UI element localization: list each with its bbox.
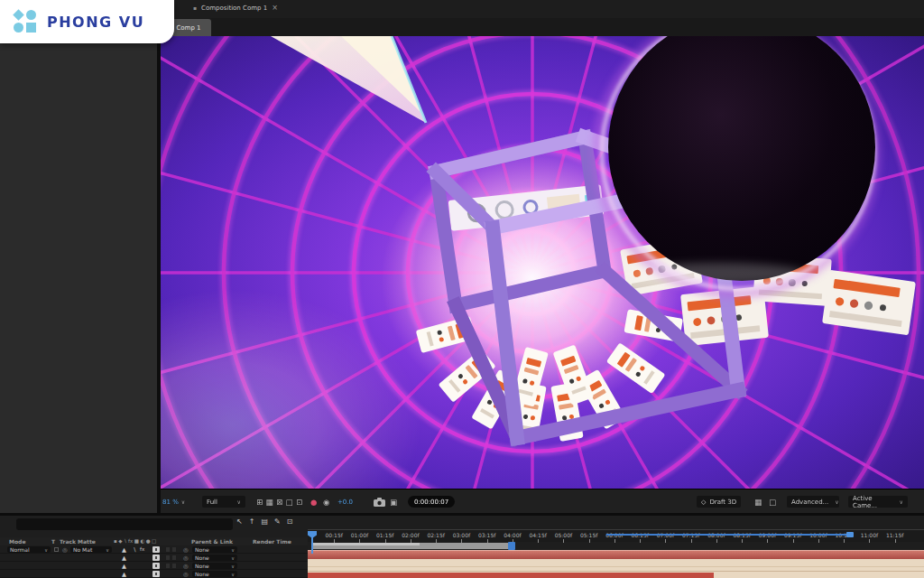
camera-view-dropdown[interactable]: Active Came... ∨ — [848, 489, 908, 514]
view-option-buttons: ⊞▦⊠□⊡ — [254, 489, 304, 514]
chevron-down-icon: ∨ — [835, 499, 838, 505]
switch-cell[interactable] — [166, 547, 170, 552]
composition-viewport[interactable] — [161, 36, 924, 489]
ruler-tick-label: 11:15f — [882, 532, 908, 538]
ruler-tick-label: 05:00f — [550, 532, 576, 538]
snapshot-button[interactable] — [374, 489, 385, 514]
switch-column-icon[interactable]: ∖ — [124, 538, 127, 544]
timeline-tool-icon[interactable]: ⊡ — [287, 517, 293, 526]
draft-3d-button[interactable]: ◇ Draft 3D — [697, 489, 741, 514]
current-time-display[interactable]: 0:00:00:07 — [408, 489, 455, 514]
logo-diamond-shape — [13, 9, 23, 20]
time-ruler[interactable]: 00:15f01:00f01:15f02:00f02:15f03:00f03:1… — [308, 529, 924, 542]
panel-tab-label: Composition Comp 1 — [201, 5, 267, 12]
parent-value: None — [195, 563, 209, 569]
view-option-icon[interactable]: ▦ — [264, 498, 274, 507]
ruler-tick-label: 05:15f — [577, 532, 602, 538]
resolution-dropdown[interactable]: Full ∨ — [202, 489, 245, 514]
chevron-down-icon: ∨ — [231, 564, 235, 569]
parent-value: None — [195, 546, 209, 553]
quality-switch-icon[interactable]: ▲ — [122, 546, 126, 554]
after-effects-window: ▪ Composition Comp 1 × Comp 1 — [0, 0, 924, 578]
renderer-dropdown[interactable]: Advanced... ∨ — [787, 489, 839, 514]
preserve-transparency-checkbox[interactable] — [54, 547, 59, 552]
effects-switch-icon[interactable]: ∖ — [133, 546, 136, 554]
switch-column-icon[interactable]: □ — [152, 538, 156, 544]
matte-pickwhip-icon[interactable]: ◎ — [62, 546, 68, 554]
chevron-down-icon: ∨ — [237, 499, 241, 505]
chevron-down-icon: ∨ — [44, 547, 48, 553]
fx-switch-icon[interactable]: fx — [140, 546, 144, 552]
work-area-end-handle[interactable] — [508, 542, 515, 550]
column-track-matte[interactable]: Track Matte — [60, 538, 96, 545]
quality-switch-icon[interactable]: ▲ — [122, 563, 126, 570]
parent-pickwhip-icon[interactable]: ◎ — [183, 546, 189, 554]
view-option-icon[interactable]: ⊠ — [274, 498, 284, 507]
layer-duration-bar-red[interactable] — [308, 550, 924, 559]
column-parent-link[interactable]: Parent & Link — [191, 538, 233, 545]
show-channel-icon[interactable]: ● — [310, 489, 320, 514]
timeline-time-display[interactable] — [16, 518, 233, 530]
parent-pickwhip-icon[interactable]: ◎ — [183, 555, 189, 562]
row-separator — [308, 571, 924, 572]
switch-cell[interactable] — [172, 564, 176, 568]
composition-panel-tab[interactable]: ▪ Composition Comp 1 × — [193, 4, 278, 12]
draft-3d-icon: ◇ — [701, 499, 706, 506]
column-mode[interactable]: Mode — [9, 538, 25, 545]
ruler-tick-label: 02:00f — [398, 532, 423, 538]
magnification-control[interactable]: 81 % ∨ — [162, 489, 185, 514]
playhead-line — [311, 537, 313, 554]
layer-row[interactable]: Normal∨ ◎ No Mat∨ ▲ ∖ fx ◎ None∨ — [0, 545, 308, 554]
timecode-value: 0:00:00:07 — [408, 496, 455, 508]
layer-row[interactable]: ▲ ◎ None∨ — [0, 562, 308, 570]
row-separator — [308, 566, 924, 567]
quality-switch-icon[interactable]: ▲ — [122, 555, 126, 562]
scroll-handle[interactable] — [846, 532, 854, 537]
view-option-icon[interactable]: ⊞ — [254, 498, 264, 507]
layer-row[interactable]: ▲ ◎ None∨ — [0, 570, 308, 578]
switch-cell[interactable] — [172, 547, 176, 552]
layer-row[interactable]: ▲ ◎ None∨ — [0, 554, 308, 562]
quality-switch-icon[interactable]: ▲ — [122, 571, 126, 578]
switch-column-icon[interactable]: fx — [128, 538, 133, 544]
parent-pickwhip-icon[interactable]: ◎ — [183, 563, 189, 570]
layer-duration-bar-red-2[interactable] — [308, 573, 714, 578]
timeline-tool-icon[interactable]: ↖ — [236, 517, 243, 526]
exposure-control[interactable]: +0.0 — [337, 489, 353, 514]
draft-3d-label: Draft 3D — [709, 499, 736, 506]
comp-toolbar: 81 % ∨ Full ∨ ⊞▦⊠□⊡ ● ◉ +0.0 ▣ 0:00:00:0… — [161, 489, 924, 513]
layer-label-box[interactable] — [152, 555, 160, 561]
switch-column-icon[interactable]: ◆ — [118, 538, 122, 544]
resolution-value: Full — [207, 499, 217, 506]
switch-column-icon[interactable]: ● — [146, 538, 151, 544]
switch-column-icon[interactable]: ■ — [134, 538, 139, 544]
switch-column-icon[interactable]: ◐ — [140, 538, 144, 544]
layer-label-box[interactable] — [152, 563, 160, 569]
switch-cell[interactable] — [172, 555, 176, 560]
switch-column-icon[interactable]: ▪ — [114, 538, 117, 544]
timeline-tool-icon[interactable]: ↑ — [249, 517, 255, 526]
extended-viewer-icon[interactable]: □ — [769, 489, 779, 514]
column-render-time[interactable]: Render Time — [253, 538, 291, 545]
chevron-down-icon: ∨ — [106, 547, 109, 553]
timeline-panel: ↖↑▤✎⊡ Mode T Track Matte Parent & Link R… — [0, 516, 924, 578]
switch-cell[interactable] — [166, 555, 170, 560]
view-option-icon[interactable]: ⊡ — [294, 498, 304, 507]
ground-plane-icon[interactable]: ▦ — [754, 489, 764, 514]
parent-value: None — [195, 571, 209, 577]
layer-label-box[interactable] — [152, 546, 160, 553]
column-t[interactable]: T — [51, 538, 55, 545]
view-option-icon[interactable]: □ — [284, 498, 294, 507]
timeline-tool-icon[interactable]: ✎ — [274, 517, 281, 526]
switch-cell[interactable] — [166, 564, 170, 568]
camera-view-value: Active Came... — [853, 495, 893, 509]
camera-icon — [374, 498, 385, 507]
show-snapshot-icon[interactable]: ▣ — [390, 489, 400, 514]
layer-label-box[interactable] — [152, 571, 160, 577]
ruler-tick-label: 03:00f — [448, 532, 474, 538]
parent-pickwhip-icon[interactable]: ◎ — [183, 571, 189, 578]
brand-logo-icon — [14, 10, 37, 33]
fast-preview-icon[interactable]: ◉ — [323, 489, 333, 514]
panel-close-icon[interactable]: × — [272, 4, 278, 12]
timeline-tool-icon[interactable]: ▤ — [261, 517, 268, 526]
